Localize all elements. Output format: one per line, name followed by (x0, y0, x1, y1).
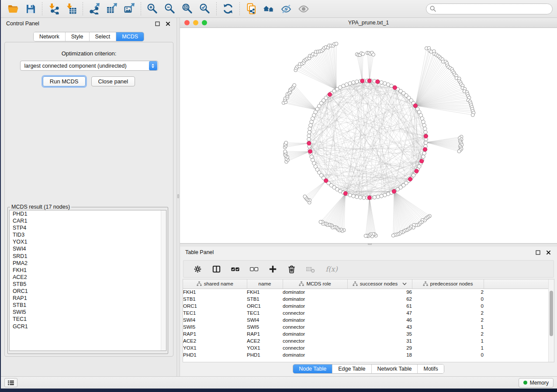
cell-name[interactable]: YOX1 (247, 344, 283, 351)
cell-predecessor-nodes[interactable]: 1 (412, 344, 484, 351)
save-session-button[interactable] (22, 1, 39, 16)
cell-predecessor-nodes[interactable]: 0 (412, 351, 484, 358)
close-panel-button[interactable]: Close panel (91, 76, 135, 86)
cell-shared-name[interactable]: ACE2 (183, 337, 247, 344)
first-neighbors-button[interactable] (260, 1, 277, 16)
search-input[interactable] (426, 3, 553, 14)
cell-successor-nodes[interactable]: 31 (347, 337, 412, 344)
import-table-button[interactable] (62, 1, 80, 16)
cell-successor-nodes[interactable]: 47 (347, 309, 412, 316)
mcds-result-item[interactable]: CAR1 (10, 217, 166, 224)
mcds-result-item[interactable]: TEC1 (10, 316, 166, 323)
cell-mcds-role[interactable]: dominator (283, 316, 347, 323)
tab-network[interactable]: Network (34, 32, 66, 41)
task-history-button[interactable] (4, 378, 17, 387)
cell-predecessor-nodes[interactable]: 1 (412, 323, 484, 330)
cell-mcds-role[interactable]: connector (283, 344, 347, 351)
cell-shared-name[interactable]: ORC1 (183, 303, 247, 309)
cell-mcds-role[interactable]: connector (283, 309, 347, 316)
cell-mcds-role[interactable]: dominator (283, 289, 347, 296)
cell-shared-name[interactable]: STB1 (183, 296, 247, 303)
export-network-button[interactable] (86, 1, 103, 16)
mcds-result-item[interactable]: STP4 (10, 224, 166, 231)
open-file-button[interactable] (4, 1, 22, 16)
cell-predecessor-nodes[interactable]: 0 (412, 303, 484, 309)
zoom-selected-button[interactable] (196, 1, 214, 16)
float-panel-icon[interactable] (154, 20, 161, 27)
minimize-window-icon[interactable] (193, 20, 198, 25)
cell-mcds-role[interactable]: connector (283, 323, 347, 330)
tab-select[interactable]: Select (90, 32, 117, 41)
cell-name[interactable]: SWI4 (247, 316, 283, 323)
mcds-list-scrollbar[interactable] (161, 210, 166, 351)
cell-successor-nodes[interactable]: 96 (347, 289, 412, 296)
export-image-button[interactable] (121, 1, 138, 16)
table-row[interactable]: PHD1PHD1dominator180 (183, 351, 548, 358)
cell-mcds-role[interactable]: dominator (283, 351, 347, 358)
mcds-result-item[interactable]: STB1 (10, 302, 166, 309)
cell-shared-name[interactable]: YOX1 (183, 344, 247, 351)
tab-network-table[interactable]: Network Table (372, 364, 418, 373)
clone-network-button[interactable] (242, 1, 260, 16)
cell-name[interactable]: FKH1 (247, 289, 283, 296)
cell-shared-name[interactable]: SWI5 (183, 323, 247, 330)
cell-name[interactable]: STB1 (247, 296, 283, 303)
tab-motifs[interactable]: Motifs (418, 364, 443, 373)
select-all-button[interactable] (230, 264, 240, 274)
tab-node-table[interactable]: Node Table (293, 364, 332, 373)
close-panel-icon[interactable] (164, 20, 171, 27)
cell-predecessor-nodes[interactable]: 2 (412, 309, 484, 316)
cell-successor-nodes[interactable]: 29 (347, 344, 412, 351)
table-row[interactable]: ACE2ACE2connector311 (183, 337, 548, 344)
tab-mcds[interactable]: MCDS (116, 32, 144, 41)
cell-mcds-role[interactable]: dominator (283, 330, 347, 337)
cell-name[interactable]: PHD1 (247, 351, 283, 358)
mcds-result-item[interactable]: PHD1 (10, 210, 166, 217)
column-header-name[interactable]: name (247, 279, 283, 289)
hide-selected-button[interactable] (277, 1, 295, 16)
memory-button[interactable]: Memory (519, 378, 554, 388)
zoom-out-button[interactable] (161, 1, 179, 16)
mcds-result-item[interactable]: GCR1 (10, 323, 166, 330)
table-row[interactable]: RAP1RAP1dominator352 (183, 330, 548, 337)
cell-name[interactable]: SWI5 (247, 323, 283, 330)
cell-predecessor-nodes[interactable]: 0 (412, 296, 484, 303)
cell-shared-name[interactable]: PHD1 (183, 351, 247, 358)
cell-successor-nodes[interactable]: 46 (347, 316, 412, 323)
delete-column-button[interactable] (286, 264, 297, 274)
cell-predecessor-nodes[interactable]: 1 (412, 337, 484, 344)
scrollbar-thumb[interactable] (550, 291, 553, 336)
column-header-successor-nodes[interactable]: successor nodes (347, 279, 412, 289)
run-mcds-button[interactable]: Run MCDS (43, 76, 86, 86)
cell-predecessor-nodes[interactable]: 2 (412, 289, 484, 296)
column-header-predecessor-nodes[interactable]: predecessor nodes (412, 279, 484, 289)
table-scrollbar[interactable] (548, 279, 554, 362)
cell-name[interactable]: RAP1 (247, 330, 283, 337)
settings-button[interactable] (192, 264, 203, 274)
cell-name[interactable]: ORC1 (247, 303, 283, 309)
maximize-window-icon[interactable] (202, 20, 207, 25)
mcds-result-item[interactable]: STB5 (10, 281, 166, 288)
table-row[interactable]: TEC1TEC1connector472 (183, 309, 548, 316)
cell-mcds-role[interactable]: dominator (283, 303, 347, 309)
mcds-result-item[interactable]: SRD1 (10, 253, 166, 260)
cell-mcds-role[interactable]: connector (283, 337, 347, 344)
cell-shared-name[interactable]: TEC1 (183, 309, 247, 316)
mcds-result-list[interactable]: PHD1CAR1STP4TID3YOX1SWI4SRD1PMA2FKH1ACE2… (9, 210, 166, 351)
cell-shared-name[interactable]: RAP1 (183, 330, 247, 337)
cell-name[interactable]: TEC1 (247, 309, 283, 316)
mcds-result-item[interactable]: ORC1 (10, 288, 166, 295)
cell-shared-name[interactable]: FKH1 (183, 289, 247, 296)
table-row[interactable]: SWI5SWI5connector431 (183, 323, 548, 330)
table-row[interactable]: FKH1FKH1dominator962 (183, 289, 548, 296)
export-table-button[interactable] (103, 1, 121, 16)
float-panel-icon[interactable] (534, 249, 541, 256)
cell-successor-nodes[interactable]: 18 (347, 351, 412, 358)
table-row[interactable]: SWI4SWI4dominator462 (183, 316, 548, 323)
column-header-shared-name[interactable]: shared name (183, 279, 247, 289)
close-panel-icon[interactable] (545, 249, 552, 256)
cell-successor-nodes[interactable]: 35 (347, 330, 412, 337)
cell-shared-name[interactable]: SWI4 (183, 316, 247, 323)
column-header-MCDS-role[interactable]: MCDS role (283, 279, 347, 289)
mcds-result-item[interactable]: ACE2 (10, 274, 166, 281)
